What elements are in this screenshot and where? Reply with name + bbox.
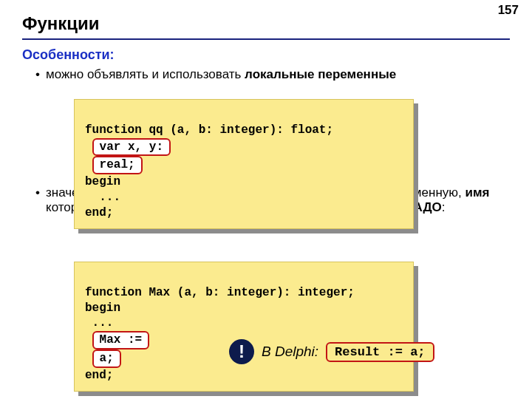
feature1-text: можно объявлять и использовать xyxy=(46,67,245,81)
delphi-note: ! В Delphi: Result := a; xyxy=(229,339,434,364)
code-block-2: function Max (a, b: integer): integer; b… xyxy=(74,262,414,392)
feature2-bold1: имя xyxy=(465,185,489,200)
feature1-bold: локальные переменные xyxy=(245,67,396,81)
exclamation-icon: ! xyxy=(229,339,254,364)
code1-highlight-1: var x, y: xyxy=(92,138,171,157)
code1-line5: ... xyxy=(85,191,120,204)
page-title: Функции xyxy=(0,0,532,38)
code2-line6: end; xyxy=(85,369,113,382)
code-block-1: function qq (a, b: integer): float; var … xyxy=(74,99,414,229)
subheading: Особенности: xyxy=(22,47,510,63)
code-box: function Max (a, b: integer): integer; b… xyxy=(74,262,414,392)
content-area: Особенности: можно объявлять и использов… xyxy=(0,47,532,215)
code2-line2: begin xyxy=(85,301,120,315)
feature2-end: : xyxy=(442,200,446,214)
code-box: function qq (a, b: integer): float; var … xyxy=(74,99,414,229)
page-number: 157 xyxy=(498,3,519,18)
code2-highlight-2: a; xyxy=(92,349,121,368)
code1-line4: begin xyxy=(85,175,120,188)
code1-line1: function qq (a, b: integer): float; xyxy=(85,123,333,137)
result-box: Result := a; xyxy=(326,342,434,362)
code1-highlight-2: real; xyxy=(92,156,143,174)
title-rule xyxy=(22,38,510,40)
code2-line1: function Max (a, b: integer): integer; xyxy=(85,286,355,299)
code1-line6: end; xyxy=(85,206,113,219)
code2-highlight-1: Max := xyxy=(92,331,150,349)
delphi-label: В Delphi: xyxy=(262,344,318,360)
code2-line3: ... xyxy=(85,316,113,330)
feature-item-1: можно объявлять и использовать локальные… xyxy=(35,67,510,82)
